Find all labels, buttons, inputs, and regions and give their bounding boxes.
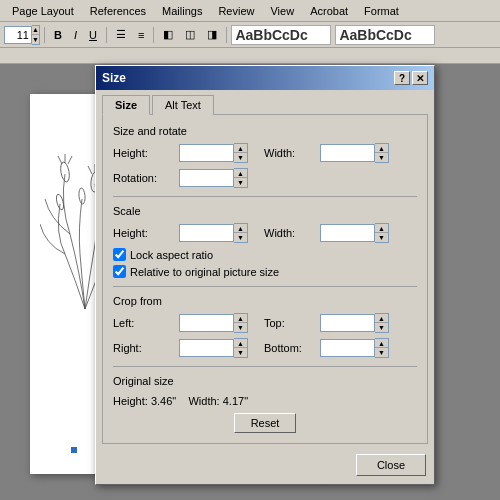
lock-aspect-checkbox[interactable]: [113, 248, 126, 261]
menu-review[interactable]: Review: [210, 3, 262, 19]
divider-3: [113, 366, 417, 367]
close-button[interactable]: Close: [356, 454, 426, 476]
crop-bottom-up[interactable]: ▲: [375, 339, 388, 348]
scale-height-down[interactable]: ▼: [234, 233, 247, 242]
height-label: Height:: [113, 147, 173, 159]
font-size-spinner[interactable]: 11 ▲ ▼: [4, 25, 40, 45]
size-dialog: Size ? ✕ Size Alt Text Size and rotate H…: [95, 65, 435, 485]
scale-height-label: Height:: [113, 227, 173, 239]
tab-size[interactable]: Size: [102, 95, 150, 115]
toolbar-sep-2: [106, 27, 107, 43]
lock-aspect-row: Lock aspect ratio: [113, 248, 417, 261]
menu-mailings[interactable]: Mailings: [154, 3, 210, 19]
crop-left-spinner[interactable]: 0" ▲ ▼: [179, 313, 248, 333]
crop-left-label: Left:: [113, 317, 173, 329]
scale-width-up[interactable]: ▲: [375, 224, 388, 233]
svg-line-9: [58, 156, 62, 164]
scale-height-input[interactable]: 100%: [179, 224, 234, 242]
bullet-list-button[interactable]: ☰: [111, 25, 131, 45]
italic-button[interactable]: I: [69, 25, 82, 45]
dialog-footer: Close: [96, 450, 434, 484]
rotation-input[interactable]: 0°: [179, 169, 234, 187]
menu-acrobat[interactable]: Acrobat: [302, 3, 356, 19]
bold-button[interactable]: B: [49, 25, 67, 45]
scale-height-row: Height: 100% ▲ ▼ Width: 100% ▲ ▼: [113, 223, 417, 243]
rotation-down[interactable]: ▼: [234, 178, 247, 187]
crop-top-down[interactable]: ▼: [375, 323, 388, 332]
crop-left-down[interactable]: ▼: [234, 323, 247, 332]
crop-bottom-down[interactable]: ▼: [375, 348, 388, 357]
original-size-values: Height: 3.46" Width: 4.17": [113, 393, 417, 409]
ruler: 1 2 3: [0, 48, 500, 64]
tab-alt-text[interactable]: Alt Text: [152, 95, 214, 115]
height-row: Height: 3.46" ▲ ▼ Width: 4.17" ▲ ▼: [113, 143, 417, 163]
rotation-spinner[interactable]: 0° ▲ ▼: [179, 168, 248, 188]
lock-aspect-label: Lock aspect ratio: [130, 249, 213, 261]
scale-height-up[interactable]: ▲: [234, 224, 247, 233]
scale-width-spinner[interactable]: 100% ▲ ▼: [320, 223, 389, 243]
toolbar: 11 ▲ ▼ B I U ☰ ≡ ◧ ◫ ◨ AaBbCcDc AaBbCcDc: [0, 22, 500, 48]
width-label: Width:: [264, 147, 314, 159]
menu-format[interactable]: Format: [356, 3, 407, 19]
width-down[interactable]: ▼: [375, 153, 388, 162]
height-spinner[interactable]: 3.46" ▲ ▼: [179, 143, 248, 163]
width-up[interactable]: ▲: [375, 144, 388, 153]
rotation-up[interactable]: ▲: [234, 169, 247, 178]
height-down[interactable]: ▼: [234, 153, 247, 162]
crop-top-input[interactable]: 0": [320, 314, 375, 332]
crop-right-down[interactable]: ▼: [234, 348, 247, 357]
font-size-down[interactable]: ▼: [32, 35, 39, 44]
crop-right-up[interactable]: ▲: [234, 339, 247, 348]
style-normal-preview: AaBbCcDc: [235, 27, 307, 43]
dialog-help-button[interactable]: ?: [394, 71, 410, 85]
crop-right-label: Right:: [113, 342, 173, 354]
font-size-input[interactable]: 11: [4, 26, 32, 44]
width-spinner[interactable]: 4.17" ▲ ▼: [320, 143, 389, 163]
crop-top-spinner[interactable]: 0" ▲ ▼: [320, 313, 389, 333]
crop-left-input[interactable]: 0": [179, 314, 234, 332]
style-nospace[interactable]: AaBbCcDc: [335, 25, 435, 45]
align-right-button[interactable]: ◨: [202, 25, 222, 45]
dialog-close-x-button[interactable]: ✕: [412, 71, 428, 85]
crop-top-label: Top:: [264, 317, 314, 329]
original-size-label: Original size: [113, 375, 417, 387]
svg-line-12: [88, 166, 92, 174]
width-input[interactable]: 4.17": [320, 144, 375, 162]
svg-line-11: [68, 156, 72, 164]
height-up[interactable]: ▲: [234, 144, 247, 153]
height-input[interactable]: 3.46": [179, 144, 234, 162]
numbered-list-button[interactable]: ≡: [133, 25, 149, 45]
svg-point-4: [59, 161, 70, 182]
crop-right-input[interactable]: 0": [179, 339, 234, 357]
scale-height-spinner[interactable]: 100% ▲ ▼: [179, 223, 248, 243]
crop-left-up[interactable]: ▲: [234, 314, 247, 323]
rotation-label: Rotation:: [113, 172, 173, 184]
scale-width-label: Width:: [264, 227, 314, 239]
menu-references[interactable]: References: [82, 3, 154, 19]
relative-original-checkbox[interactable]: [113, 265, 126, 278]
style-normal[interactable]: AaBbCcDc: [231, 25, 331, 45]
reset-button[interactable]: Reset: [234, 413, 297, 433]
divider-1: [113, 196, 417, 197]
crop-top-up[interactable]: ▲: [375, 314, 388, 323]
style-nospace-preview: AaBbCcDc: [339, 27, 411, 43]
menu-page-layout[interactable]: Page Layout: [4, 3, 82, 19]
orig-width-value: 4.17": [223, 395, 248, 407]
align-left-button[interactable]: ◧: [158, 25, 178, 45]
align-center-button[interactable]: ◫: [180, 25, 200, 45]
selection-handle-bl[interactable]: [70, 446, 78, 454]
underline-button[interactable]: U: [84, 25, 102, 45]
menubar: Page Layout References Mailings Review V…: [0, 0, 500, 22]
orig-height-label: Height:: [113, 395, 148, 407]
crop-bottom-spinner[interactable]: 0" ▲ ▼: [320, 338, 389, 358]
crop-right-spinner[interactable]: 0" ▲ ▼: [179, 338, 248, 358]
scale-width-input[interactable]: 100%: [320, 224, 375, 242]
menu-view[interactable]: View: [262, 3, 302, 19]
scale-width-down[interactable]: ▼: [375, 233, 388, 242]
font-size-up[interactable]: ▲: [32, 26, 39, 35]
dialog-tabs: Size Alt Text: [96, 90, 434, 114]
toolbar-sep-3: [153, 27, 154, 43]
crop-bottom-input[interactable]: 0": [320, 339, 375, 357]
reset-row: Reset: [113, 413, 417, 433]
dialog-content-panel: Size and rotate Height: 3.46" ▲ ▼ Width:…: [102, 114, 428, 444]
